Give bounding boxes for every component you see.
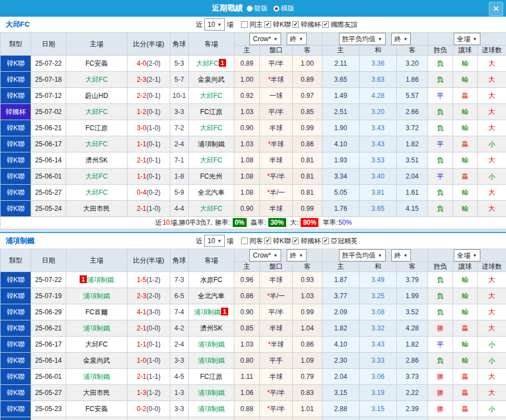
result-goals-cell: 小 bbox=[478, 353, 506, 369]
avg-home-odds-cell: 2.88 bbox=[322, 401, 360, 417]
result-wdl-cell: 勝 bbox=[428, 369, 453, 385]
result-goals-cell: 大 bbox=[478, 288, 506, 304]
score-cell: 4-1(3-0) bbox=[127, 304, 170, 320]
corner-cell: 5-9 bbox=[170, 185, 189, 201]
halftime-score: (0-0) bbox=[146, 405, 160, 413]
final-odds-dropdown[interactable]: 終▼ bbox=[287, 249, 307, 261]
match-date-cell: 25-06-01 bbox=[31, 169, 66, 185]
corner-cell: 1-3 bbox=[170, 385, 189, 401]
away-team-cell: 全北汽車 bbox=[189, 185, 234, 201]
handicap-cell: 平手 bbox=[260, 417, 293, 420]
fulltime-score: 1-3 bbox=[137, 389, 146, 397]
home-team-name: 浦項制鐵 bbox=[83, 292, 110, 300]
match-date-cell: 25-06-17 bbox=[31, 337, 66, 353]
away-team-cell: 濟州SK bbox=[189, 320, 234, 337]
avg-home-odds-cell: 2.04 bbox=[322, 369, 360, 385]
sub-header-avg-away: 客 bbox=[397, 46, 428, 56]
avg-odds-dropdown[interactable]: 胜平负均值▼ bbox=[339, 249, 386, 261]
result-handicap-cell: 輸 bbox=[453, 185, 478, 201]
checkbox-league-cup[interactable] bbox=[292, 21, 299, 28]
result-goals-cell: 大 bbox=[478, 72, 506, 88]
close-button[interactable]: ✕ bbox=[489, 2, 503, 16]
corner-cell: 3-3 bbox=[170, 104, 189, 120]
table-row: 韓K聯25-05-27大邱FC0-4(0-2)5-9全北汽車1.08*半/一0.… bbox=[1, 185, 506, 201]
fulltime-score: 1-5 bbox=[137, 276, 146, 284]
away-team-cell: 金泉尚武 bbox=[189, 72, 234, 88]
result-goals-cell: 大 bbox=[478, 272, 506, 288]
checkbox-same-away[interactable] bbox=[241, 238, 248, 244]
match-type-cell: 韓K聯 bbox=[1, 72, 31, 88]
avg-draw-odds-cell: 3.33 bbox=[360, 353, 397, 369]
final-odds-dropdown[interactable]: 終▼ bbox=[391, 33, 411, 45]
handicap-line: 半球 bbox=[269, 156, 283, 164]
checkbox-league-acl[interactable] bbox=[322, 238, 329, 244]
radio-vertical-layout[interactable]: 豎版 bbox=[247, 4, 268, 13]
result-wdl-cell: 勝 bbox=[428, 320, 453, 337]
match-type-cell: 韓K聯 bbox=[1, 201, 31, 217]
sub-header-avg-draw: 和 bbox=[360, 262, 397, 272]
table-row: 韓K聯25-07-18大邱FC2-3(2-1)5-7金泉尚武1.00*半球0.8… bbox=[1, 72, 506, 88]
table-row: 韓K聯25-05-23FC安義0-2(0-0)3-3浦項制鐵0.88*平/半1.… bbox=[1, 401, 506, 417]
home-odds-cell: 0.87 bbox=[234, 417, 260, 420]
col-header-type: 類型 bbox=[1, 249, 31, 272]
result-goals-cell: 大 bbox=[478, 304, 506, 320]
table-row: 韓K聯25-06-17大邱FC1-1(0-1)2-4浦項制鐵1.03*半球0.8… bbox=[1, 136, 506, 152]
result-wdl-cell: 負 bbox=[428, 304, 453, 320]
summary-big-badge: 80% bbox=[301, 218, 318, 227]
match-date-cell: 25-06-21 bbox=[31, 120, 66, 136]
scope-dropdown[interactable]: 全場▼ bbox=[454, 33, 480, 45]
home-team-cell: 大邱FC bbox=[66, 136, 127, 152]
sub-header-avg-home: 主 bbox=[322, 262, 360, 272]
match-count-select[interactable]: 10 ▼ bbox=[204, 18, 225, 31]
result-goals-cell: 大 bbox=[478, 152, 506, 169]
table-row: 韓K聯25-06-14濟州SK2-1(0-1)7-1大邱FC1.08半球0.81… bbox=[1, 152, 506, 169]
bookmaker-dropdown[interactable]: Crow*▼ bbox=[249, 249, 281, 261]
checkbox-league-kleague[interactable] bbox=[264, 238, 271, 244]
score-cell: 1-5(1-2) bbox=[127, 272, 170, 288]
match-count-value: 10 bbox=[208, 21, 215, 28]
avg-draw-odds-cell: 3.32 bbox=[360, 320, 397, 337]
radio-icon[interactable] bbox=[247, 6, 253, 12]
score-cell: 0-4(0-2) bbox=[127, 185, 170, 201]
checkbox-league-kleague[interactable] bbox=[264, 21, 271, 28]
checkbox-league-friendly[interactable] bbox=[322, 21, 329, 28]
radio-horizontal-layout[interactable]: 橫版 bbox=[273, 4, 294, 13]
fulltime-score: 2-3 bbox=[137, 76, 146, 83]
home-team-name: 金泉尚武 bbox=[83, 357, 110, 364]
result-handicap-cell: 贏 bbox=[453, 320, 478, 337]
home-odds-cell: 1.00 bbox=[234, 72, 260, 88]
home-team-cell: 濟州SK bbox=[66, 152, 127, 169]
radio-icon[interactable] bbox=[273, 6, 279, 12]
home-odds-cell: 1.08 bbox=[234, 169, 260, 185]
away-team-name: 大邱FC bbox=[200, 156, 223, 164]
bookmaker-dropdown-value: Crow* bbox=[253, 251, 271, 259]
result-wdl-cell: 負 bbox=[428, 120, 453, 136]
avg-home-odds-cell: 1.90 bbox=[322, 120, 360, 136]
avg-away-odds-cell: 5.57 bbox=[397, 88, 428, 104]
away-team-name: FC江原 bbox=[200, 108, 223, 116]
handicap-line: 半球 bbox=[269, 276, 283, 284]
corner-cell: 7-3 bbox=[170, 272, 189, 288]
fulltime-score: 1-1 bbox=[137, 172, 146, 180]
scope-dropdown[interactable]: 全場▼ bbox=[454, 249, 480, 261]
away-team-name: 浦項制鐵 bbox=[198, 140, 225, 148]
result-wdl-cell: 負 bbox=[428, 272, 453, 288]
match-type-cell: 韓K聯 bbox=[1, 369, 31, 385]
section-pohang-filter-row: 浦項制鐵 近 10 ▼ 場 同客 韓K聯 韓國杯 亞冠精英 bbox=[0, 233, 506, 249]
result-handicap-cell: 贏 bbox=[453, 88, 478, 104]
final-odds-dropdown[interactable]: 終▼ bbox=[287, 33, 307, 45]
away-odds-cell: 0.85 bbox=[293, 104, 322, 120]
match-count-select[interactable]: 10 ▼ bbox=[204, 235, 225, 247]
close-icon: ✕ bbox=[493, 4, 500, 14]
final-odds-dropdown[interactable]: 終▼ bbox=[391, 249, 411, 261]
avg-odds-dropdown[interactable]: 胜平负均值▼ bbox=[339, 33, 386, 45]
checkbox-league-cup[interactable] bbox=[292, 238, 299, 244]
home-team-name: 大邱FC bbox=[86, 172, 108, 180]
checkbox-same-home[interactable] bbox=[241, 21, 248, 28]
col-header-goals: 进球数 bbox=[478, 46, 506, 56]
avg-home-odds-cell: 3.77 bbox=[322, 288, 360, 304]
away-team-cell: FC光州 bbox=[189, 169, 234, 185]
score-cell: 4-0(2-0) bbox=[127, 56, 170, 72]
bookmaker-dropdown[interactable]: Crow*▼ bbox=[249, 33, 281, 45]
handicap-cell: *半/一 bbox=[260, 185, 293, 201]
